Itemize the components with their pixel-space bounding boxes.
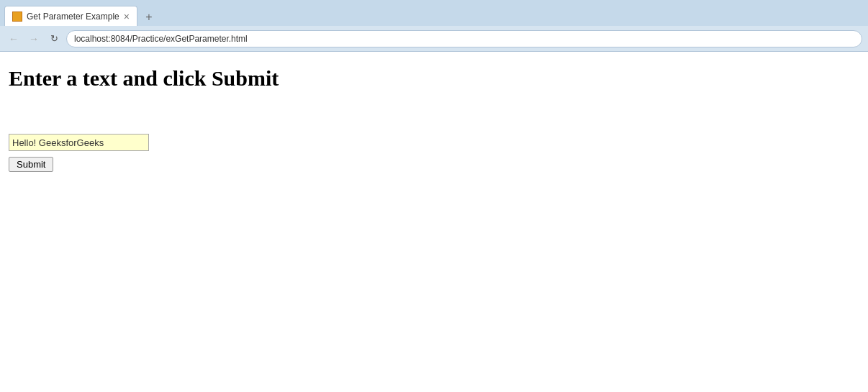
forward-button[interactable]: → (26, 31, 42, 47)
browser-chrome: Get Parameter Example × + ← → ↻ (0, 0, 868, 52)
tab-active[interactable]: Get Parameter Example × (4, 6, 137, 26)
submit-button[interactable]: Submit (9, 157, 53, 172)
back-button[interactable]: ← (6, 31, 22, 47)
tab-favicon (12, 12, 22, 22)
address-bar[interactable] (66, 30, 862, 47)
new-tab-button[interactable]: + (140, 9, 158, 26)
tab-close-button[interactable]: × (124, 12, 130, 22)
address-bar-row: ← → ↻ (0, 26, 868, 52)
form-area: Submit (9, 134, 859, 172)
refresh-button[interactable]: ↻ (46, 31, 62, 47)
text-input[interactable] (9, 134, 149, 151)
tab-title: Get Parameter Example (27, 12, 119, 22)
page-content: Enter a text and click Submit Submit (0, 52, 868, 392)
page-heading: Enter a text and click Submit (9, 66, 859, 91)
tab-bar: Get Parameter Example × + (0, 0, 868, 26)
